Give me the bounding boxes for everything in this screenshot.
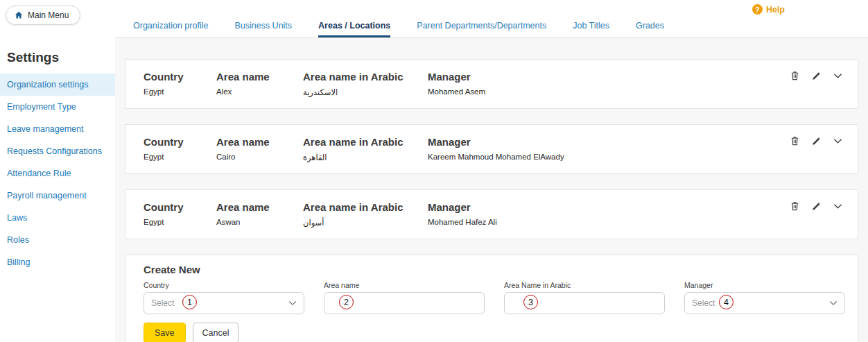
country-value: Egypt (144, 87, 216, 96)
column-header-area-name: Area name (216, 201, 303, 213)
manager-value: Mohamed Asem (428, 87, 845, 96)
tab-areas-locations[interactable]: Areas / Locations (318, 21, 390, 37)
column-header-country: Country (144, 71, 216, 83)
main-menu-button[interactable]: Main Menu (6, 6, 80, 25)
area-name-arabic-field-label: Area Name in Arabic (504, 281, 665, 289)
area-name-value: Alex (216, 87, 303, 96)
chevron-down-icon (829, 300, 837, 306)
area-name-cell: Area name Alex (216, 71, 303, 97)
sidebar-item-leave-management[interactable]: Leave management (0, 118, 115, 140)
row-actions (790, 201, 842, 211)
area-name-arabic-cell: Area name in Arabic القاهرة (303, 136, 428, 162)
column-header-manager: Manager (428, 136, 845, 148)
expand-chevron-icon[interactable] (833, 203, 842, 210)
column-header-manager: Manager (428, 201, 845, 213)
column-header-manager: Manager (428, 71, 845, 83)
sidebar-item-label: Attendance Rule (7, 169, 71, 178)
create-new-buttons: Save Cancel (144, 323, 845, 342)
column-header-area-name-arabic: Area name in Arabic (303, 201, 428, 213)
annotation-circle-3: 3 (523, 295, 538, 309)
create-new-section: Create New Country Select 1 Area name 2 (125, 255, 858, 342)
manager-value: Kareem Mahmoud Mohamed ElAwady (428, 153, 845, 161)
sidebar-item-billing[interactable]: Billing (0, 251, 115, 273)
country-select[interactable]: Select (144, 292, 304, 314)
country-cell: Country Egypt (144, 136, 216, 162)
annotation-circle-2: 2 (339, 295, 354, 309)
annotation-circle-1: 1 (182, 295, 197, 309)
area-card-alex: Country Egypt Area name Alex Area name i… (125, 59, 858, 109)
sidebar-item-roles[interactable]: Roles (0, 229, 115, 251)
cancel-button[interactable]: Cancel (193, 323, 239, 342)
row-actions (790, 136, 842, 146)
country-value: Egypt (144, 218, 216, 226)
column-header-area-name-arabic: Area name in Arabic (303, 136, 428, 148)
area-name-arabic-cell: Area name in Arabic أسوان (303, 201, 428, 228)
sidebar-item-label: Billing (7, 257, 30, 267)
manager-cell: Manager Mohamed Asem (428, 71, 845, 97)
edit-icon[interactable] (812, 71, 821, 80)
expand-chevron-icon[interactable] (833, 73, 842, 79)
column-header-country: Country (144, 136, 216, 148)
sidebar-item-label: Laws (7, 213, 27, 223)
sidebar-item-attendance-rule[interactable]: Attendance Rule (0, 162, 115, 185)
area-name-arabic-value: القاهرة (303, 153, 428, 162)
sidebar-item-employment-type[interactable]: Employment Type (0, 96, 115, 118)
sidebar-item-requests-configurations[interactable]: Requests Configurations (0, 140, 115, 162)
tab-business-units[interactable]: Business Units (234, 21, 292, 37)
tab-organization-profile[interactable]: Organization profile (133, 21, 208, 37)
column-header-area-name-arabic: Area name in Arabic (303, 71, 428, 83)
country-select-placeholder: Select (151, 298, 174, 308)
delete-icon[interactable] (790, 201, 799, 211)
sidebar-item-label: Requests Configurations (7, 146, 102, 156)
area-name-value: Aswan (216, 218, 303, 226)
sidebar-item-label: Employment Type (7, 102, 76, 112)
sidebar-item-laws[interactable]: Laws (0, 207, 115, 229)
delete-icon[interactable] (790, 71, 799, 80)
edit-icon[interactable] (812, 137, 821, 146)
create-new-fields: Country Select 1 Area name 2 Area Name (144, 281, 845, 314)
main-content: ? Help Organization profile Business Uni… (115, 0, 868, 342)
area-name-arabic-field: Area Name in Arabic 3 (504, 281, 665, 314)
area-card-aswan: Country Egypt Area name Aswan Area name … (125, 189, 858, 239)
area-card-cairo: Country Egypt Area name Cairo Area name … (125, 124, 858, 174)
tab-grades[interactable]: Grades (636, 21, 664, 37)
app-window: Main Menu Settings Organization settings… (0, 0, 868, 342)
area-name-arabic-cell: Area name in Arabic الاسكندرية (303, 71, 428, 97)
help-label: Help (766, 5, 785, 15)
chevron-down-icon (288, 300, 297, 306)
expand-chevron-icon[interactable] (833, 138, 842, 144)
save-button[interactable]: Save (144, 323, 186, 342)
country-cell: Country Egypt (144, 71, 216, 97)
column-header-country: Country (144, 201, 216, 213)
area-card-grid: Country Egypt Area name Aswan Area name … (144, 201, 845, 228)
sidebar: Main Menu Settings Organization settings… (0, 0, 115, 342)
country-cell: Country Egypt (144, 201, 216, 228)
sidebar-item-label: Leave management (7, 124, 84, 134)
area-card-grid: Country Egypt Area name Cairo Area name … (144, 136, 845, 162)
sidebar-item-payroll-management[interactable]: Payroll management (0, 185, 115, 207)
tab-job-titles[interactable]: Job Titles (573, 21, 609, 37)
manager-value: Mohamed Hafez Ali (428, 218, 845, 226)
area-name-arabic-value: أسوان (303, 218, 428, 228)
help-button[interactable]: ? Help (752, 4, 785, 15)
delete-icon[interactable] (790, 136, 799, 146)
edit-icon[interactable] (812, 202, 821, 211)
sidebar-item-label: Payroll management (7, 191, 87, 200)
tab-parent-departments[interactable]: Parent Departments/Departments (417, 21, 546, 37)
country-field-label: Country (144, 281, 304, 289)
sidebar-item-label: Organization settings (7, 80, 88, 89)
manager-select-placeholder: Select (692, 298, 715, 308)
sidebar-item-organization-settings[interactable]: Organization settings (0, 74, 115, 96)
sidebar-item-label: Roles (7, 235, 29, 245)
manager-cell: Manager Mohamed Hafez Ali (428, 201, 845, 228)
area-name-cell: Area name Cairo (216, 136, 303, 162)
manager-select[interactable]: Select (684, 292, 845, 314)
area-card-grid: Country Egypt Area name Alex Area name i… (144, 71, 845, 97)
manager-field: Manager Select 4 (684, 281, 845, 314)
area-name-field-label: Area name (324, 281, 485, 289)
area-name-field: Area name 2 (324, 281, 485, 314)
top-header: ? Help Organization profile Business Uni… (115, 0, 868, 38)
column-header-area-name: Area name (216, 136, 303, 148)
area-name-arabic-value: الاسكندرية (303, 87, 428, 97)
column-header-area-name: Area name (216, 71, 303, 83)
